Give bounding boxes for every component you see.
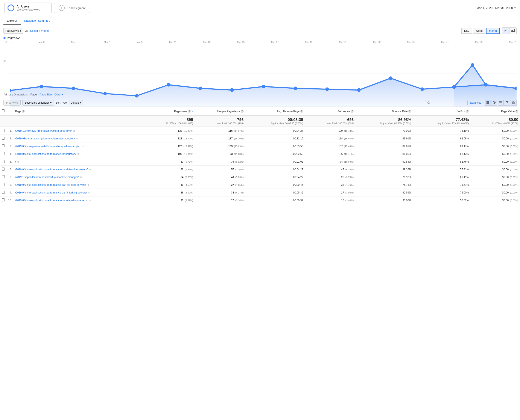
row-ent-pct: (16.45%) <box>344 137 354 140</box>
row-page-link[interactable]: /2019/04/linux-applications-performance-… <box>15 183 86 186</box>
bouncerate-help-icon[interactable]: ? <box>408 110 411 113</box>
row-avgtime: 00:05:35 <box>245 189 305 196</box>
row-checkbox[interactable] <box>2 198 5 202</box>
summary-row: 895 % of Total: 100.00% (895) 796 % of T… <box>0 115 520 127</box>
pagevalue-help-icon[interactable]: ? <box>515 110 518 113</box>
exit-help-icon[interactable]: ? <box>466 110 469 113</box>
row-ent-pct: (15.44%) <box>344 145 354 148</box>
row-copy-icon[interactable]: ⧉ <box>89 199 91 202</box>
row-copy-icon[interactable]: ⧉ <box>17 160 19 163</box>
row-checkbox-cell <box>0 142 7 150</box>
row-pv-val-pct: (0.00%) <box>510 137 518 140</box>
row-copy-icon[interactable]: ⧉ <box>89 168 91 171</box>
select-all-checkbox[interactable] <box>2 109 5 112</box>
th-bouncerate: Bounce Rate ? <box>355 107 413 115</box>
row-unique: 116 (14.57%) <box>195 127 245 135</box>
chart-type-bar-btn[interactable] <box>510 28 516 34</box>
row-pv-val: 106 <box>178 152 182 156</box>
row-page-cell: /2019/04/linux-applications-performance-… <box>14 150 144 158</box>
table-row: 3. /2019/08/linux-pressure-stall-informa… <box>0 142 520 150</box>
tab-navigation-summary[interactable]: Navigation Summary <box>21 17 54 25</box>
avgtime-help-icon[interactable]: ? <box>300 110 303 113</box>
row-entrances: 114 (16.45%) <box>305 135 355 142</box>
all-users-segment[interactable]: All Users 100.00% Pageviews <box>4 3 52 13</box>
row-page-link[interactable]: /2019/08/a-managers-guide-to-kubernetes-… <box>15 137 75 140</box>
select-metric-link[interactable]: Select a metric <box>30 29 49 32</box>
row-uv-val: 109 <box>229 145 233 148</box>
time-btn-week[interactable]: Week <box>473 28 485 34</box>
summary-pageviews-cell: 895 % of Total: 100.00% (895) <box>144 115 195 127</box>
tab-explorer[interactable]: Explorer <box>3 17 21 25</box>
row-checkbox[interactable] <box>2 167 5 171</box>
row-copy-icon[interactable]: ⧉ <box>88 191 90 194</box>
row-pv-val: 120 <box>178 145 182 148</box>
row-copy-icon[interactable]: ⧉ <box>80 176 82 179</box>
row-page-cell: /2019/04/linux-applications-performance-… <box>14 189 144 196</box>
row-pv-val-pct: (0.00%) <box>510 160 518 163</box>
row-avgtime: 00:04:27 <box>245 173 305 181</box>
time-btn-month[interactable]: Month <box>486 28 500 34</box>
row-page-link[interactable]: /2019/04/linux-applications-performance-… <box>15 152 76 156</box>
row-pv-val: 87 <box>181 160 183 163</box>
row-page-link[interactable]: /2019/10/sparkler-kvm-based-virtual-mach… <box>15 176 79 179</box>
time-buttons: Day Week Month <box>461 27 517 34</box>
table-row: 6. /2019/04/linux-applications-performan… <box>0 165 520 173</box>
y-axis-50: 50 <box>3 60 6 63</box>
row-num: 4. <box>7 150 14 158</box>
row-num: 9. <box>7 189 14 196</box>
row-pageviews: 87 (9.72%) <box>144 158 195 165</box>
table-row: 4. /2019/04/linux-applications-performan… <box>0 150 520 158</box>
metric-dropdown[interactable]: Pageviews ▾ <box>3 28 23 34</box>
svg-point-13 <box>167 83 170 86</box>
row-copy-icon[interactable]: ⧉ <box>76 137 78 140</box>
row-uv-val: 17 <box>231 199 234 202</box>
row-num: 2. <box>7 135 14 142</box>
row-page-link[interactable]: /2019/10/how-aws-firecracker-works-a-dee… <box>15 129 72 132</box>
page-help-icon[interactable]: ? <box>22 110 25 113</box>
row-checkbox[interactable] <box>2 137 5 140</box>
row-uv-pct: (9.92%) <box>235 160 244 163</box>
row-pv-dollar: $0.00 <box>502 160 509 163</box>
row-bouncerate: 86.05% <box>355 150 413 158</box>
row-checkbox[interactable] <box>2 160 5 163</box>
add-segment-circle-icon: + <box>59 5 65 11</box>
metric-selector: Pageviews ▾ vs. Select a metric <box>3 28 48 34</box>
row-checkbox[interactable] <box>2 129 5 132</box>
row-page-link[interactable]: /2019/08/linux-pressure-stall-informatio… <box>15 145 80 148</box>
row-avgtime: 00:12:15 <box>245 135 305 142</box>
row-bouncerate: 79.09% <box>355 127 413 135</box>
row-page-link[interactable]: /2019/04/linux-applications-performance-… <box>15 199 87 202</box>
row-pv-dollar: $0.00 <box>502 199 509 202</box>
row-pagevalue: $0.00 (0.00%) <box>471 150 520 158</box>
row-ent-val: 47 <box>341 168 344 171</box>
row-copy-icon[interactable]: ⧉ <box>82 145 84 148</box>
time-btn-day[interactable]: Day <box>461 28 472 34</box>
summary-pageviews: 895 <box>146 118 193 122</box>
row-copy-icon[interactable]: ⧉ <box>88 184 89 186</box>
svg-rect-1 <box>512 30 513 32</box>
row-pageviews: 62 (6.93%) <box>144 165 195 173</box>
unique-help-icon[interactable]: ? <box>241 110 244 113</box>
pageviews-help-icon[interactable]: ? <box>188 110 191 113</box>
row-page-link[interactable]: /2019/04/linux-applications-performance-… <box>15 168 88 171</box>
summary-bouncerate-sub: Avg for View: 86.93% (0.00%) <box>357 122 411 125</box>
row-checkbox[interactable] <box>2 183 5 186</box>
row-copy-icon[interactable]: ⧉ <box>77 153 79 155</box>
row-unique: 79 (9.92%) <box>195 158 245 165</box>
date-range[interactable]: Mar 1, 2020 - Mar 31, 2020 ▾ <box>476 6 516 10</box>
entrances-help-icon[interactable]: ? <box>351 110 354 113</box>
add-segment-button[interactable]: + + Add Segment <box>54 3 90 13</box>
row-checkbox[interactable] <box>2 144 5 147</box>
row-page-link[interactable]: /2019/04/linux-applications-performance-… <box>15 191 87 194</box>
table-row: 8. /2019/04/linux-applications-performan… <box>0 181 520 189</box>
row-page-link[interactable]: / <box>15 160 16 163</box>
summary-avgtime-sub: Avg for View: 00:03:35 (0.00%) <box>247 122 303 125</box>
row-copy-icon[interactable]: ⧉ <box>73 130 75 132</box>
row-checkbox[interactable] <box>2 191 5 194</box>
row-checkbox[interactable] <box>2 175 5 178</box>
th-pageviews[interactable]: Pageviews ? ↓ <box>144 107 195 115</box>
row-checkbox[interactable] <box>2 152 5 155</box>
chart-type-line-btn[interactable] <box>502 28 510 34</box>
th-unique: Unique Pageviews ? <box>195 107 245 115</box>
row-unique: 117 (14.70%) <box>195 135 245 142</box>
